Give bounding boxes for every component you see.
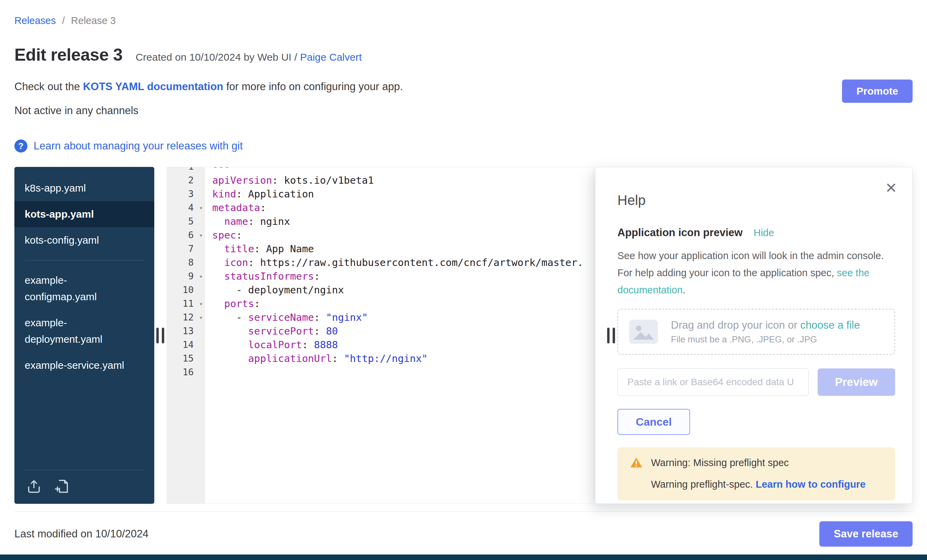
file-name: example-service.yaml — [25, 357, 124, 373]
fold-caret-icon[interactable]: ▾ — [199, 297, 203, 311]
editor-line[interactable]: 10 - deployment/nginx — [167, 283, 593, 297]
code-text[interactable]: metadata: — [205, 201, 593, 214]
line-number: 15 — [167, 352, 205, 365]
git-link-text[interactable]: Learn about managing your releases with … — [33, 140, 243, 152]
dropzone-text: Drag and drop your icon or choose a file — [671, 319, 860, 331]
editor-line[interactable]: 6▾spec: — [167, 228, 593, 242]
code-text[interactable]: title: App Name — [205, 242, 593, 256]
file-tree-item[interactable]: example-configmap.yaml — [14, 267, 154, 310]
code-text[interactable]: localPort: 8888 — [205, 338, 593, 352]
file-tree-item[interactable]: kots-config.yaml — [14, 227, 154, 253]
channel-status: Not active in any channels — [14, 105, 913, 117]
file-tree-item[interactable]: k8s-app.yaml — [14, 175, 154, 201]
created-author-link[interactable]: Paige Calvert — [300, 52, 362, 63]
workspace: k8s-app.yamlkots-app.yamlkots-config.yam… — [14, 167, 913, 504]
code-text[interactable]: servicePort: 80 — [205, 324, 593, 338]
warning-detail: Warning preflight-spec. Learn how to con… — [630, 479, 883, 490]
code-editor[interactable]: 1---2apiVersion: kots.io/v1beta13kind: A… — [167, 167, 594, 504]
upload-file-icon[interactable] — [26, 478, 42, 494]
icon-preview-header: Application icon preview Hide — [617, 226, 895, 239]
hide-link[interactable]: Hide — [754, 227, 774, 238]
fold-caret-icon[interactable]: ▾ — [199, 269, 203, 283]
help-title: Help — [617, 193, 895, 208]
editor-line[interactable]: 9▾ statusInformers: — [167, 269, 593, 283]
file-tree-footer — [25, 470, 144, 504]
code-text[interactable]: statusInformers: — [205, 269, 593, 283]
editor-line[interactable]: 5 name: nginx — [167, 214, 593, 228]
breadcrumb-separator: / — [62, 15, 65, 26]
editor-line[interactable]: 13 servicePort: 80 — [167, 324, 593, 338]
editor-line[interactable]: 3kind: Application — [167, 187, 593, 201]
dropzone-subtext: File must be a .PNG, .JPEG, or .JPG — [671, 334, 860, 345]
choose-file-link[interactable]: choose a file — [800, 319, 860, 331]
dropzone-text-block: Drag and drop your icon or choose a file… — [671, 319, 860, 345]
help-resize-handle[interactable] — [607, 328, 615, 343]
doc-line-suffix: for more info on configuring your app. — [223, 80, 403, 93]
editor-line[interactable]: 15 applicationUrl: "http://nginx" — [167, 352, 593, 365]
help-circle-icon: ? — [14, 140, 27, 153]
code-text[interactable]: kind: Application — [205, 187, 593, 201]
code-text[interactable]: apiVersion: kots.io/v1beta1 — [205, 173, 593, 187]
warning-row: Warning: Missing preflight spec — [630, 457, 883, 469]
line-number: 4▾ — [167, 201, 205, 214]
editor-line[interactable]: 8 icon: https://raw.githubusercontent.co… — [167, 256, 593, 269]
line-number: 2 — [167, 173, 205, 187]
file-tree-item[interactable]: example-deployment.yaml — [14, 310, 154, 352]
file-tree-divider — [25, 260, 144, 261]
created-text: Created on 10/10/2024 by Web UI / — [135, 52, 300, 63]
fold-caret-icon[interactable]: ▾ — [199, 201, 203, 214]
title-row: Edit release 3 Created on 10/10/2024 by … — [14, 45, 913, 65]
cancel-button[interactable]: Cancel — [617, 409, 690, 435]
fold-caret-icon[interactable]: ▾ — [199, 228, 203, 242]
last-modified: Last modified on 10/10/2024 — [14, 528, 149, 540]
file-tree-list: k8s-app.yamlkots-app.yamlkots-config.yam… — [14, 175, 154, 378]
save-release-button[interactable]: Save release — [819, 521, 913, 546]
warning-box: Warning: Missing preflight spec Warning … — [617, 447, 895, 500]
code-text[interactable]: applicationUrl: "http://nginx" — [205, 352, 593, 365]
icon-url-row: Preview — [617, 369, 895, 396]
line-number: 6▾ — [167, 228, 205, 242]
icon-preview-description: See how your application icon will look … — [617, 247, 895, 299]
editor-line[interactable]: 7 title: App Name — [167, 242, 593, 256]
page: Releases / Release 3 Edit release 3 Crea… — [0, 0, 927, 560]
code-text[interactable]: ports: — [205, 297, 593, 311]
git-help-link[interactable]: ? Learn about managing your releases wit… — [14, 140, 913, 153]
editor-line[interactable]: 11▾ ports: — [167, 297, 593, 311]
warning-icon — [630, 457, 643, 469]
sidebar-resize-handle[interactable] — [157, 328, 164, 343]
editor-line[interactable]: 12▾ - serviceName: "nginx" — [167, 311, 593, 324]
preview-button[interactable]: Preview — [818, 369, 895, 396]
code-text[interactable] — [205, 365, 593, 379]
editor-line[interactable]: 16 — [167, 365, 593, 379]
kots-yaml-doc-link[interactable]: KOTS YAML documentation — [83, 80, 223, 93]
line-number: 9▾ — [167, 269, 205, 283]
code-text[interactable]: name: nginx — [205, 214, 593, 228]
image-placeholder-icon — [628, 319, 658, 344]
configure-link[interactable]: Learn how to configure — [755, 479, 866, 490]
breadcrumb-releases-link[interactable]: Releases — [14, 15, 56, 26]
fold-caret-icon[interactable]: ▾ — [199, 311, 203, 324]
bottom-bar — [0, 554, 927, 560]
promote-button[interactable]: Promote — [842, 79, 913, 103]
code-text[interactable]: spec: — [205, 228, 593, 242]
icon-url-input[interactable] — [617, 369, 809, 396]
code-text[interactable]: --- — [205, 167, 593, 173]
editor-line[interactable]: 14 localPort: 8888 — [167, 338, 593, 352]
line-number: 13 — [167, 324, 205, 338]
code-text[interactable]: icon: https://raw.githubusercontent.com/… — [205, 256, 593, 269]
file-tree-item[interactable]: example-service.yaml — [14, 352, 154, 378]
close-icon[interactable]: ✕ — [885, 181, 897, 195]
line-number: 11▾ — [167, 297, 205, 311]
editor-line[interactable]: 4▾metadata: — [167, 201, 593, 214]
line-number: 16 — [167, 365, 205, 379]
line-number: 14 — [167, 338, 205, 352]
line-number: 10 — [167, 283, 205, 297]
doc-line: Check out the KOTS YAML documentation fo… — [14, 80, 913, 93]
editor-line[interactable]: 2apiVersion: kots.io/v1beta1 — [167, 173, 593, 187]
file-tree-item[interactable]: kots-app.yaml — [14, 201, 154, 227]
icon-dropzone[interactable]: Drag and drop your icon or choose a file… — [617, 309, 895, 355]
new-file-icon[interactable] — [54, 478, 70, 494]
editor-line[interactable]: 1--- — [167, 167, 593, 173]
code-text[interactable]: - deployment/nginx — [205, 283, 593, 297]
code-text[interactable]: - serviceName: "nginx" — [205, 311, 593, 324]
